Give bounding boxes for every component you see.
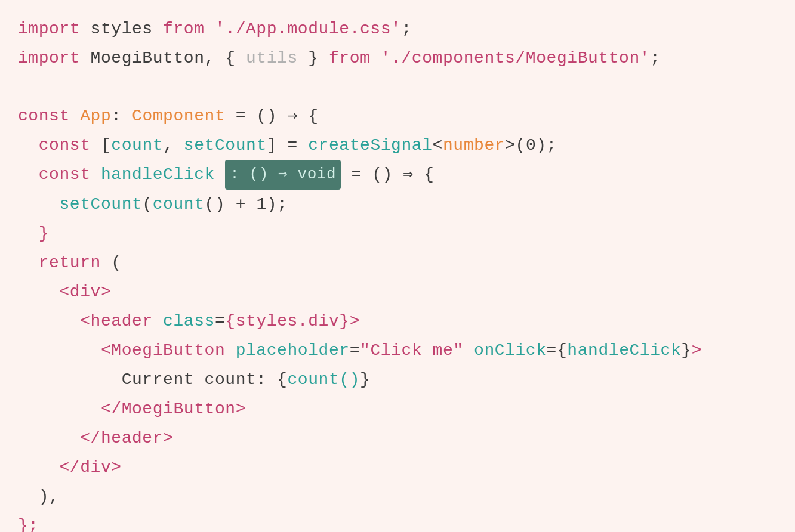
code-token: const (39, 131, 101, 160)
code-token: return (39, 248, 101, 277)
code-token: const (39, 160, 101, 189)
code-token: Component (132, 101, 225, 131)
code-token: = (215, 307, 225, 336)
code-token: ; (650, 44, 660, 73)
code-token: class (163, 307, 215, 336)
code-token: { (298, 101, 319, 131)
code-token: } (298, 44, 329, 73)
code-token: { (557, 336, 567, 365)
code-token: : (111, 101, 132, 131)
code-token: = () (341, 160, 403, 189)
code-line: </div> (18, 453, 777, 482)
code-token: onClick (474, 336, 547, 365)
code-token: MoegiButton (111, 336, 235, 365)
code-line: <div> (18, 277, 777, 307)
code-token: utils (246, 44, 298, 73)
code-token: > (692, 336, 702, 365)
code-token: Current count: (122, 365, 277, 394)
code-token (18, 394, 101, 423)
code-line: import MoegiButton, { utils } from './co… (18, 44, 777, 73)
code-token: App (80, 101, 111, 131)
code-token (18, 277, 59, 307)
code-token: ] = (267, 131, 308, 160)
blank-line (18, 73, 777, 101)
code-token: > (163, 423, 173, 453)
code-token: = () (225, 101, 287, 131)
code-token: count (111, 131, 163, 160)
code-token: styles (91, 14, 164, 44)
code-token: div (80, 453, 111, 482)
code-token: handleClick (101, 160, 215, 189)
code-token: MoegiButton (122, 394, 236, 423)
code-token: > (350, 307, 360, 336)
code-token: ( (142, 190, 152, 219)
code-token: number (443, 131, 505, 160)
code-token: createSignal (308, 131, 432, 160)
code-token: MoegiButton, { (91, 44, 246, 73)
code-line: const handleClick : () ⇒ void = () ⇒ { (18, 160, 777, 190)
code-token: < (433, 131, 443, 160)
code-token: = (350, 336, 360, 365)
code-token: count() (287, 365, 360, 394)
code-line: <header class={styles.div}> (18, 307, 777, 336)
code-token: > (111, 453, 121, 482)
code-token: [ (101, 131, 111, 160)
code-token: header (101, 423, 163, 453)
code-token: './components/MoegiButton' (381, 44, 650, 73)
code-line: } (18, 219, 777, 248)
code-token: from (329, 44, 381, 73)
code-token: ), (18, 482, 59, 511)
code-token: const (18, 101, 80, 131)
code-token: handleClick (567, 336, 681, 365)
code-token: ⇒ (403, 160, 413, 189)
code-token: count (153, 190, 205, 219)
code-line: import styles from './App.module.css'; (18, 14, 777, 44)
code-token: header (91, 307, 164, 336)
code-token: () + (205, 190, 257, 219)
code-line: Current count: {count()} (18, 365, 777, 394)
code-line: const [count, setCount] = createSignal<n… (18, 131, 777, 160)
code-token: </ (101, 394, 122, 423)
code-token (18, 131, 39, 160)
code-token: ⇒ (287, 101, 297, 131)
code-token: : () ⇒ void (225, 160, 341, 190)
code-line: const App: Component = () ⇒ { (18, 101, 777, 131)
code-line: </MoegiButton> (18, 394, 777, 423)
code-token: 1 (256, 190, 266, 219)
code-token: from (163, 14, 215, 44)
code-token: ; (401, 14, 411, 44)
code-token: } (360, 365, 370, 394)
code-token: } (39, 219, 49, 248)
code-token (18, 190, 59, 219)
code-token: , (163, 131, 184, 160)
code-token (18, 365, 122, 394)
code-token: </ (59, 453, 80, 482)
code-token: placeholder (236, 336, 350, 365)
code-token (215, 160, 225, 189)
code-token: setCount (184, 131, 267, 160)
code-token: {styles.div} (225, 307, 349, 336)
code-token (18, 307, 80, 336)
code-token: div (70, 277, 101, 307)
code-token (18, 453, 59, 482)
code-token (18, 248, 39, 277)
code-token: < (59, 277, 69, 307)
code-token (18, 423, 80, 453)
code-token: ( (101, 248, 122, 277)
code-token: { (277, 365, 287, 394)
code-token: 0 (526, 131, 536, 160)
code-token: "Click me" (360, 336, 474, 365)
code-token: ); (267, 190, 288, 219)
code-line: ), (18, 482, 777, 511)
code-token: import (18, 44, 91, 73)
code-token (18, 160, 39, 189)
code-line: </header> (18, 423, 777, 453)
code-line: setCount(count() + 1); (18, 190, 777, 219)
code-line: }; (18, 511, 777, 533)
code-token: ); (536, 131, 557, 160)
code-editor: import styles from './App.module.css';im… (0, 0, 795, 532)
code-token: { (414, 160, 435, 189)
code-token: > (236, 394, 246, 423)
code-token: setCount (59, 190, 142, 219)
code-token: }; (18, 511, 39, 533)
